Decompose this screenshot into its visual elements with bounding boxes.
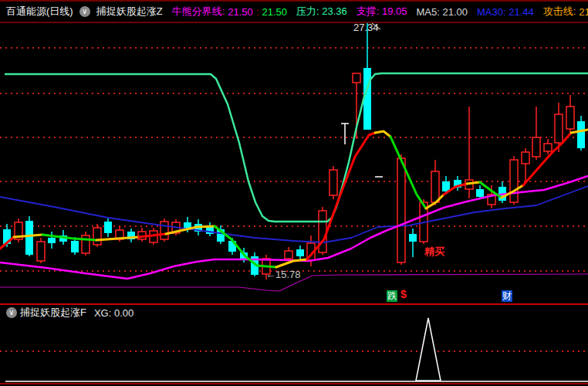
- chart-canvas: [0, 0, 588, 386]
- chevron-down-icon[interactable]: ∨: [79, 6, 90, 17]
- candle-up: [37, 242, 45, 261]
- attack-line-segment: [96, 237, 139, 240]
- attack-line-segment: [523, 133, 571, 185]
- value-colon: :: [256, 6, 259, 18]
- candle-up: [431, 171, 439, 202]
- high-price-annotation: 27.34: [353, 22, 379, 33]
- candle-up: [555, 114, 563, 143]
- chevron-down-icon[interactable]: ∨: [6, 307, 17, 318]
- candle-down: [71, 241, 79, 252]
- buy-signal-label: 精买: [424, 245, 444, 259]
- candle-up: [285, 251, 292, 259]
- candle-up: [544, 144, 552, 151]
- bull-bear-value1: 21.50: [228, 6, 253, 18]
- candle-down: [25, 221, 33, 255]
- attack-line-segment: [571, 130, 588, 133]
- xg-value: XG: 0.00: [94, 307, 133, 319]
- attack-line-segment: [390, 137, 426, 208]
- attack-line-segment: [375, 131, 390, 137]
- dollar-signal-icon: $: [400, 289, 407, 300]
- attack-line-segment: [467, 182, 480, 184]
- main-titlebar: 百通能源(日线) ∨ 捕捉妖股起涨Z 牛熊分界线: 21.50 : 21.50 …: [0, 2, 588, 22]
- bull-bear-value2: 21.50: [262, 6, 287, 18]
- ma5-value: MA5: 21.00: [417, 6, 468, 18]
- symbol-title: 百通能源(日线): [6, 5, 73, 19]
- candle-up: [566, 107, 574, 129]
- fall-badge: 跌: [387, 290, 397, 302]
- candle-up: [319, 211, 326, 252]
- candle-up: [397, 158, 405, 262]
- candle-up: [161, 222, 168, 239]
- candle-up: [353, 73, 360, 83]
- candle-down: [104, 222, 112, 233]
- low-price-annotation: ←15.78: [265, 269, 301, 280]
- indicator-name: 捕捉妖股起涨Z: [96, 5, 163, 19]
- wealth-badge: 财: [502, 290, 512, 302]
- sub-indicator-name: 捕捉妖股起涨F: [20, 306, 86, 320]
- candle-down: [296, 249, 304, 256]
- candle-down: [476, 189, 484, 197]
- bull-bear-label: 牛熊分界线:: [172, 5, 225, 19]
- candle-up: [522, 152, 529, 164]
- candle-up: [93, 228, 101, 245]
- ma30-value: MA30: 21.44: [477, 6, 534, 18]
- app-window: 百通能源(日线) ∨ 捕捉妖股起涨Z 牛熊分界线: 21.50 : 21.50 …: [0, 0, 588, 386]
- candle-up: [510, 160, 518, 202]
- candle-down: [409, 234, 417, 242]
- sub-titlebar: ∨ 捕捉妖股起涨F XG: 0.00: [3, 306, 133, 320]
- candle-down: [48, 238, 56, 243]
- attack-label: 攻击线:: [543, 5, 576, 19]
- candle-down: [577, 121, 585, 148]
- support-value: 支撑: 19.05: [357, 5, 407, 19]
- candle-up: [329, 170, 337, 195]
- candle-up: [532, 137, 540, 157]
- signal-triangle: [416, 318, 441, 381]
- attack-value1: 21.00: [579, 6, 588, 18]
- pressure-value: 压力: 23.36: [296, 5, 347, 19]
